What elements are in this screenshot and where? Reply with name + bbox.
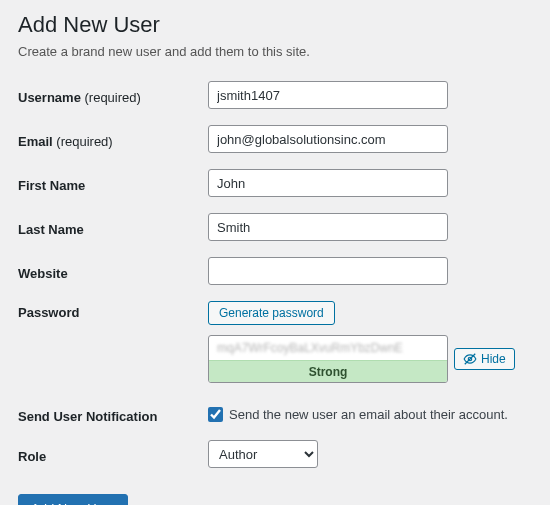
add-new-user-button[interactable]: Add New User — [18, 494, 128, 505]
email-input[interactable] — [208, 125, 448, 153]
password-field[interactable]: mqA7WrFcoyBaLXvuRmYbzDwnE Strong — [208, 335, 448, 383]
last-name-label: Last Name — [18, 218, 208, 237]
password-strength: Strong — [209, 360, 447, 382]
first-name-label: First Name — [18, 174, 208, 193]
username-label-text: Username — [18, 90, 81, 105]
hide-label: Hide — [481, 352, 506, 366]
username-input[interactable] — [208, 81, 448, 109]
username-required: (required) — [85, 90, 141, 105]
email-label-text: Email — [18, 134, 53, 149]
role-select[interactable]: Author — [208, 440, 318, 468]
website-label: Website — [18, 262, 208, 281]
eye-slash-icon — [463, 352, 477, 366]
notify-checkbox-label: Send the new user an email about their a… — [229, 407, 508, 422]
password-value: mqA7WrFcoyBaLXvuRmYbzDwnE — [209, 336, 447, 360]
page-subtitle: Create a brand new user and add them to … — [18, 44, 532, 59]
page-title: Add New User — [18, 8, 532, 38]
password-label: Password — [18, 301, 208, 320]
hide-password-button[interactable]: Hide — [454, 348, 515, 370]
first-name-input[interactable] — [208, 169, 448, 197]
last-name-input[interactable] — [208, 213, 448, 241]
username-label: Username (required) — [18, 86, 208, 105]
notify-checkbox-wrap[interactable]: Send the new user an email about their a… — [208, 407, 508, 422]
role-label: Role — [18, 445, 208, 464]
notify-checkbox[interactable] — [208, 407, 223, 422]
email-label: Email (required) — [18, 130, 208, 149]
email-required: (required) — [56, 134, 112, 149]
generate-password-button[interactable]: Generate password — [208, 301, 335, 325]
website-input[interactable] — [208, 257, 448, 285]
notify-label: Send User Notification — [18, 405, 208, 424]
